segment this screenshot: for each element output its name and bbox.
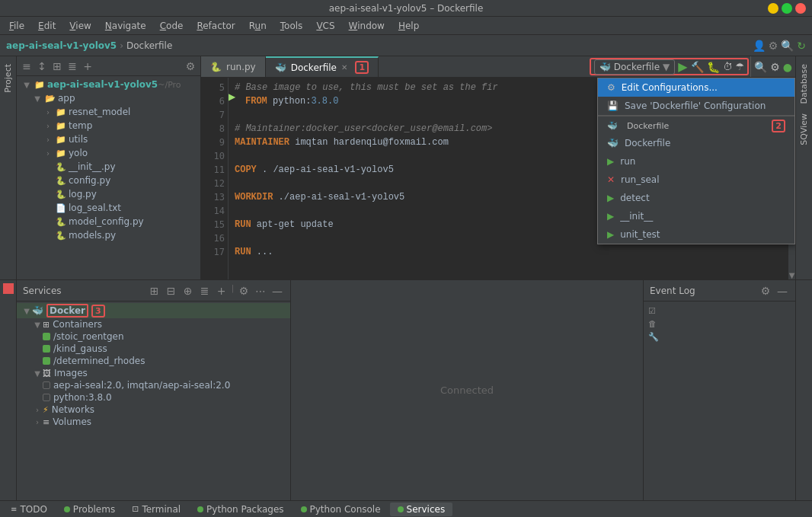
menu-window[interactable]: Window	[343, 19, 391, 33]
minimize-button[interactable]	[768, 3, 778, 14]
checkbox-icon-1[interactable]: ☑	[648, 306, 656, 316]
close-button[interactable]	[795, 3, 806, 14]
svc-group[interactable]: ⊕	[181, 284, 195, 298]
maximize-button[interactable]	[782, 3, 792, 14]
svc-more[interactable]: ⋯	[254, 284, 267, 298]
wrench-icon[interactable]: 🔧	[648, 332, 659, 342]
project-name[interactable]: aep-ai-seal-v1-yolov5	[6, 40, 117, 51]
update-icon[interactable]: ↻	[797, 40, 806, 52]
menu-code[interactable]: Code	[154, 19, 190, 33]
menu-navigate[interactable]: Navigate	[99, 19, 152, 33]
svc-collapse-all[interactable]: ⊟	[165, 284, 178, 298]
dropdown-init[interactable]: ▶ __init__	[598, 207, 794, 225]
tree-logtxt[interactable]: 📄 log_seal.txt	[17, 201, 200, 215]
delete-icon[interactable]: 🗑	[648, 319, 657, 329]
menu-run[interactable]: Run	[243, 19, 273, 33]
search-icon[interactable]: 🔍	[781, 40, 794, 52]
menu-edit[interactable]: Edit	[32, 19, 62, 33]
tree-yolo[interactable]: › 📁 yolo	[17, 146, 200, 160]
event-log-minimize[interactable]: —	[775, 284, 789, 298]
group-icon[interactable]: ⊞	[50, 59, 64, 73]
menu-vcs[interactable]: VCS	[310, 19, 340, 33]
dropdown-detect[interactable]: ▶ detect	[598, 189, 794, 207]
tree-networks[interactable]: › ⚡ Networks	[17, 404, 290, 416]
profile-button[interactable]: ⏱	[723, 61, 733, 72]
tree-volumes[interactable]: › ≡ Volumes	[17, 416, 290, 428]
settings-icon[interactable]: ⚙	[769, 40, 778, 52]
tree-images[interactable]: ▼ 🖼 Images	[17, 367, 290, 379]
tree-log[interactable]: 🐍 log.py	[17, 187, 200, 201]
tab-todo[interactable]: ≡ TODO	[3, 503, 55, 516]
svc-minimize[interactable]: —	[270, 284, 284, 298]
build-button[interactable]: 🔨	[691, 61, 704, 73]
menu-help[interactable]: Help	[392, 19, 425, 33]
tree-app[interactable]: ▼ 📂 app	[17, 91, 200, 105]
tab-services[interactable]: Services	[390, 503, 453, 516]
collapse-all-icon[interactable]: ≡	[20, 59, 34, 73]
dropdown-edit-config[interactable]: ⚙ Edit Configurations...	[598, 78, 794, 97]
tab-dockerfile[interactable]: 🐳 Dockerfile ✕ 1	[266, 56, 379, 77]
menu-refactor[interactable]: Refactor	[190, 19, 241, 33]
tree-label-models: models.py	[69, 230, 116, 241]
dropdown-run-seal[interactable]: ✕ run_seal	[598, 171, 794, 189]
config-select-dropdown[interactable]: 🐳 Dockerfile ▼	[594, 59, 676, 75]
menu-view[interactable]: View	[63, 19, 97, 33]
run-button[interactable]: ▶	[678, 59, 687, 74]
menu-tools[interactable]: Tools	[274, 19, 309, 33]
tree-container-1[interactable]: /stoic_roentgen	[17, 330, 290, 343]
tree-modelconfig[interactable]: 🐍 model_config.py	[17, 215, 200, 228]
tab-python-packages[interactable]: Python Packages	[190, 503, 291, 516]
sort-icon[interactable]: ↕	[35, 59, 49, 73]
search-button[interactable]: 🔍	[754, 61, 767, 73]
tree-temp[interactable]: › 📁 temp	[17, 119, 200, 132]
init-icon: ▶	[607, 211, 614, 222]
tree-resnet[interactable]: › 📁 resnet_model	[17, 105, 200, 119]
tab-run-py[interactable]: 🐍 run.py	[201, 56, 266, 77]
tree-root[interactable]: ▼ 📁 aep-ai-seal-v1-yolov5 ~/Pro	[17, 78, 200, 91]
tree-init[interactable]: 🐍 __init__.py	[17, 160, 200, 174]
settings-button[interactable]: ⚙	[770, 61, 780, 73]
svc-expand-all[interactable]: ⊞	[148, 284, 161, 298]
filter-icon[interactable]: ≣	[66, 59, 79, 73]
dropdown-unit-test[interactable]: ▶ unit_test	[598, 225, 794, 244]
tree-models[interactable]: 🐍 models.py	[17, 228, 200, 242]
dropdown-save-config[interactable]: 💾 Save 'Dockerfile' Configuration	[598, 97, 794, 115]
sidebar-tab-database[interactable]: Database	[798, 59, 810, 109]
tree-image-1[interactable]: aep-ai-seal:2.0, imqtan/aep-ai-seal:2.0	[17, 379, 290, 391]
tree-docker[interactable]: ▼ 🐳 Docker 3	[17, 303, 290, 318]
tab-python-packages-label: Python Packages	[206, 504, 283, 515]
coverage-button[interactable]: ☂	[736, 61, 745, 72]
code-line-17: RUN ...	[235, 245, 782, 259]
breadcrumb-file: Dockerfile	[126, 40, 172, 51]
event-log-settings[interactable]: ⚙	[759, 284, 772, 298]
breadcrumb-sep: ›	[120, 40, 123, 51]
svc-add[interactable]: +	[215, 284, 229, 298]
tree-image-2[interactable]: python:3.8.0	[17, 391, 290, 404]
debug-button[interactable]: 🐛	[707, 61, 720, 73]
tree-container-3[interactable]: /determined_rhodes	[17, 355, 290, 367]
left-sidebar: Project	[0, 56, 17, 279]
dropdown-run[interactable]: ▶ run	[598, 152, 794, 171]
tab-python-console[interactable]: Python Console	[293, 503, 388, 516]
svc-filter[interactable]: ≣	[198, 284, 212, 298]
tab-terminal[interactable]: ⊡ Terminal	[124, 503, 188, 516]
run-seal-icon: ✕	[607, 174, 615, 185]
settings-icon[interactable]: ⚙	[184, 59, 197, 73]
sidebar-tab-sqview[interactable]: SQView	[798, 109, 810, 150]
tab-problems[interactable]: Problems	[56, 503, 123, 516]
scroll-down[interactable]: ▼	[789, 271, 795, 279]
tree-config[interactable]: 🐍 config.py	[17, 174, 200, 187]
online-button[interactable]: ●	[783, 61, 792, 73]
tree-containers[interactable]: ▼ ⊞ Containers	[17, 318, 290, 330]
detect-icon: ▶	[607, 193, 614, 203]
tab-close-icon[interactable]: ✕	[341, 63, 347, 72]
dropdown-dockerfile[interactable]: 🐳 Dockerfile	[598, 134, 794, 152]
stop-button[interactable]	[3, 283, 14, 294]
edit-config-label: Edit Configurations...	[622, 82, 718, 93]
svc-settings[interactable]: ⚙	[237, 284, 251, 298]
sidebar-tab-project[interactable]: Project	[2, 59, 14, 97]
add-icon[interactable]: +	[81, 59, 94, 73]
tree-utils[interactable]: › 📁 utils	[17, 132, 200, 146]
menu-file[interactable]: File	[3, 19, 30, 33]
tree-container-2[interactable]: /kind_gauss	[17, 343, 290, 355]
